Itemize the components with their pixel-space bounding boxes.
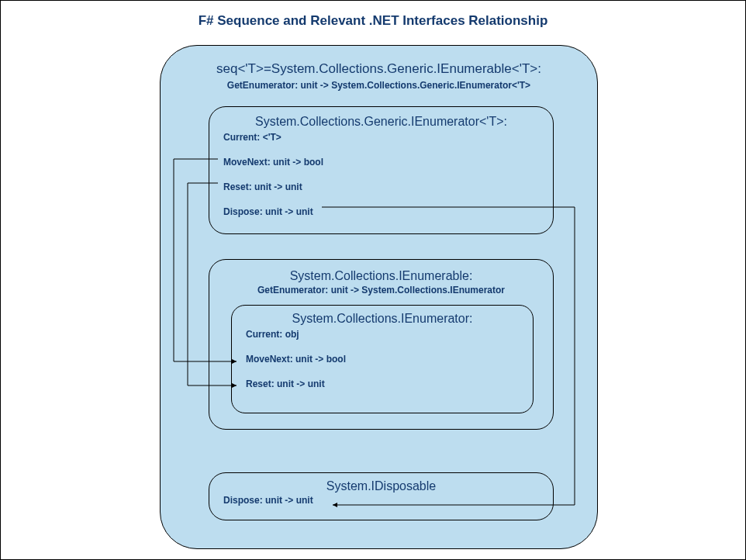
ienumerable-heading: System.Collections.IEnumerable: bbox=[209, 269, 553, 283]
ienumerator-movenext: MoveNext: unit -> bool bbox=[246, 354, 533, 365]
seq-heading: seq<'T>=System.Collections.Generic.IEnum… bbox=[161, 61, 597, 77]
generic-reset: Reset: unit -> unit bbox=[223, 181, 553, 192]
ienumerator-current: Current: obj bbox=[246, 329, 533, 340]
ienumerator-box: System.Collections.IEnumerator: Current:… bbox=[231, 305, 534, 413]
generic-current: Current: <'T> bbox=[223, 132, 553, 143]
idisposable-box: System.IDisposable Dispose: unit -> unit bbox=[209, 472, 554, 520]
diagram-title: F# Sequence and Relevant .NET Interfaces… bbox=[1, 13, 745, 29]
diagram-canvas: F# Sequence and Relevant .NET Interfaces… bbox=[0, 0, 746, 560]
generic-ienumerator-heading: System.Collections.Generic.IEnumerator<'… bbox=[209, 115, 553, 129]
ienumerable-getenumerator: GetEnumerator: unit -> System.Collection… bbox=[209, 285, 553, 296]
ienumerator-reset: Reset: unit -> unit bbox=[246, 379, 533, 389]
generic-movenext: MoveNext: unit -> bool bbox=[223, 157, 553, 168]
generic-ienumerator-box: System.Collections.Generic.IEnumerator<'… bbox=[209, 106, 554, 234]
ienumerable-box: System.Collections.IEnumerable: GetEnume… bbox=[209, 259, 554, 430]
generic-dispose: Dispose: unit -> unit bbox=[223, 206, 553, 217]
idisposable-heading: System.IDisposable bbox=[209, 479, 553, 493]
ienumerator-heading: System.Collections.IEnumerator: bbox=[232, 312, 533, 326]
seq-getenumerator: GetEnumerator: unit -> System.Collection… bbox=[161, 80, 597, 91]
outer-ienumerable-generic-box: seq<'T>=System.Collections.Generic.IEnum… bbox=[160, 45, 598, 549]
idisposable-dispose: Dispose: unit -> unit bbox=[223, 495, 553, 506]
